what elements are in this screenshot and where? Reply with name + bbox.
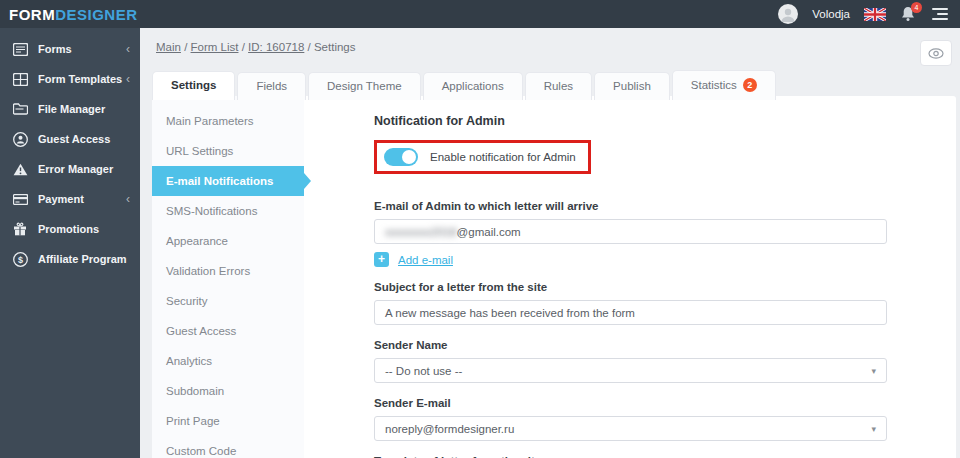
subject-label: Subject for a letter from the site (374, 281, 956, 293)
censored-email-prefix: xxxxxxxx2018 (385, 226, 457, 238)
tab-statistics[interactable]: Statistics2 (672, 70, 776, 100)
nav-item-sms-notifications[interactable]: SMS-Notifications (152, 196, 304, 226)
nav-item-guest-access[interactable]: Guest Access (152, 316, 304, 346)
nav-item-print-page[interactable]: Print Page (152, 406, 304, 436)
menu-toggle-button[interactable] (932, 8, 948, 20)
svg-text:$: $ (17, 254, 22, 264)
sidebar-item-form-templates[interactable]: Form Templates ‹ (0, 64, 140, 94)
sidebar-item-error-manager[interactable]: Error Manager (0, 154, 140, 184)
sidebar-item-affiliate-program[interactable]: $ Affiliate Program (0, 244, 140, 274)
notification-count-badge: 4 (911, 2, 922, 13)
form-icon (12, 41, 28, 57)
language-flag-icon[interactable] (864, 8, 886, 21)
sender-name-select[interactable]: -- Do not use -- ▾ (374, 358, 887, 383)
add-email-link[interactable]: Add e-mail (398, 254, 453, 266)
nav-item-subdomain[interactable]: Subdomain (152, 376, 304, 406)
add-email-row: + Add e-mail (374, 252, 956, 267)
tab-settings[interactable]: Settings (152, 71, 235, 100)
person-icon (778, 4, 798, 24)
breadcrumb: Main / Form List / ID: 160718 / Settings (140, 28, 960, 53)
logo-text-form: FORM (9, 6, 55, 23)
sender-email-label: Sender E-mail (374, 397, 956, 409)
chevron-down-icon: ▾ (871, 366, 876, 376)
top-bar: FORMDESIGNER Volodja 4 (0, 0, 960, 28)
sidebar-item-forms[interactable]: Forms ‹ (0, 34, 140, 64)
enable-notification-toggle[interactable] (384, 148, 418, 166)
statistics-badge: 2 (743, 78, 757, 92)
sender-email-select[interactable]: noreply@formdesigner.ru ▾ (374, 416, 887, 441)
settings-panel: Main Parameters URL Settings E-mail Noti… (152, 96, 956, 458)
toggle-knob (402, 150, 416, 164)
nav-item-url-settings[interactable]: URL Settings (152, 136, 304, 166)
sidebar-item-promotions[interactable]: Promotions (0, 214, 140, 244)
main-sidebar: Forms ‹ Form Templates ‹ File Manager Gu… (0, 28, 140, 458)
gift-icon (12, 221, 28, 237)
email-notifications-content: Notification for Admin Enable notificati… (304, 96, 956, 458)
breadcrumb-link-form-id[interactable]: ID: 160718 (248, 41, 304, 53)
email-domain: @gmail.com (457, 226, 521, 238)
logo-text-designer: DESIGNER (55, 6, 137, 23)
sidebar-item-guest-access[interactable]: Guest Access (0, 124, 140, 154)
tab-publish[interactable]: Publish (594, 72, 670, 100)
chevron-down-icon: ▾ (871, 424, 876, 434)
nav-item-analytics[interactable]: Analytics (152, 346, 304, 376)
breadcrumb-link-main[interactable]: Main (156, 41, 181, 53)
chevron-left-icon: ‹ (126, 192, 130, 206)
admin-email-input[interactable]: xxxxxxxx2018@gmail.com (374, 219, 887, 244)
warning-icon (12, 161, 28, 177)
notifications-bell-button[interactable]: 4 (900, 5, 918, 23)
sidebar-item-file-manager[interactable]: File Manager (0, 94, 140, 124)
form-tabs: Settings Fields Design Theme Application… (152, 70, 778, 100)
toggle-label: Enable notification for Admin (430, 151, 576, 163)
nav-item-validation-errors[interactable]: Validation Errors (152, 256, 304, 286)
subject-input[interactable]: A new message has been received from the… (374, 300, 887, 325)
nav-item-custom-code[interactable]: Custom Code (152, 436, 304, 458)
user-circle-icon (12, 131, 28, 147)
nav-item-appearance[interactable]: Appearance (152, 226, 304, 256)
admin-email-label: E-mail of Admin to which letter will arr… (374, 200, 956, 212)
user-avatar[interactable] (778, 4, 798, 24)
templates-icon (12, 71, 28, 87)
app-logo: FORMDESIGNER (9, 6, 138, 23)
username-label[interactable]: Volodja (812, 8, 850, 20)
nav-item-email-notifications[interactable]: E-mail Notifications (152, 166, 304, 196)
nav-item-security[interactable]: Security (152, 286, 304, 316)
settings-sub-nav: Main Parameters URL Settings E-mail Noti… (152, 96, 304, 458)
nav-item-main-parameters[interactable]: Main Parameters (152, 106, 304, 136)
sidebar-item-payment[interactable]: Payment ‹ (0, 184, 140, 214)
credit-card-icon (12, 191, 28, 207)
main-area: Main / Form List / ID: 160718 / Settings… (140, 28, 960, 458)
breadcrumb-current: Settings (314, 41, 356, 53)
sender-name-label: Sender Name (374, 339, 956, 351)
plus-icon[interactable]: + (374, 252, 389, 267)
section-heading: Notification for Admin (374, 114, 956, 128)
red-annotation-box: Enable notification for Admin (374, 140, 591, 174)
eye-icon (928, 48, 944, 59)
tab-fields[interactable]: Fields (237, 72, 306, 100)
tab-rules[interactable]: Rules (525, 72, 592, 100)
tab-design-theme[interactable]: Design Theme (308, 72, 421, 100)
chevron-left-icon: ‹ (126, 42, 130, 56)
breadcrumb-link-form-list[interactable]: Form List (191, 41, 239, 53)
tab-applications[interactable]: Applications (423, 72, 523, 100)
preview-button[interactable] (920, 40, 952, 66)
dollar-circle-icon: $ (12, 251, 28, 267)
chevron-left-icon: ‹ (126, 72, 130, 86)
folder-icon (12, 101, 28, 117)
